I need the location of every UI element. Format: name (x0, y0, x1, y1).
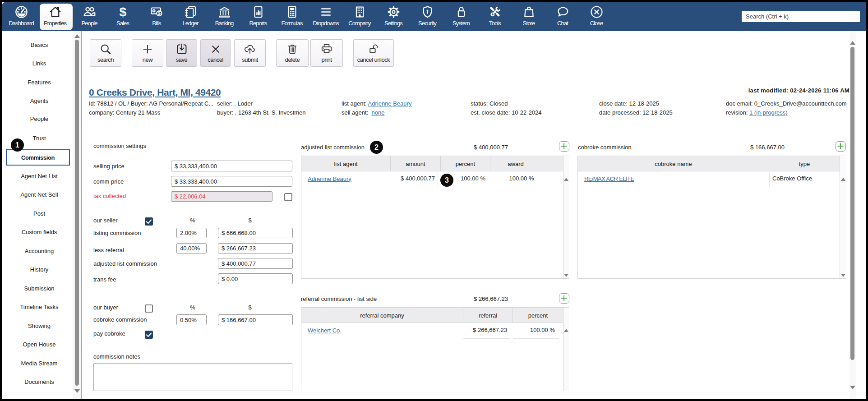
svg-text:$: $ (158, 11, 161, 16)
svg-text:$: $ (119, 5, 126, 19)
